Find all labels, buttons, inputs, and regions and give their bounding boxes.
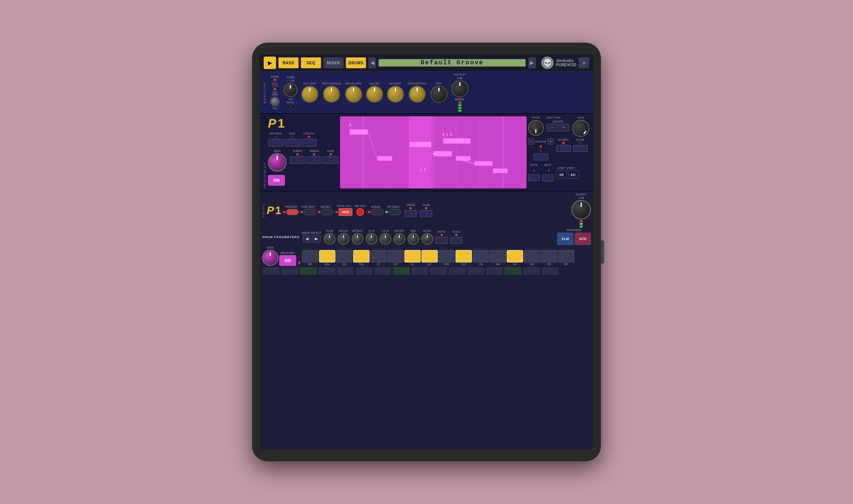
pad-sd2-btn[interactable] [353,250,370,262]
tablet-side-button[interactable] [601,240,604,264]
drum-select-next-btn[interactable]: ▶ [312,235,321,243]
nav-mixer-button[interactable]: MIXER [323,57,344,68]
octave-btn[interactable] [534,154,548,161]
drum-decay-label: DECAY [339,230,348,232]
nav-bass-button[interactable]: BASS [278,57,299,68]
pad-cr-btn[interactable] [541,250,557,262]
acc-button[interactable]: ACC [338,208,352,216]
drum-decay-knob[interactable] [338,233,349,245]
pad-cb-btn[interactable] [473,250,489,262]
tune-knob[interactable] [283,83,297,97]
pattern-button[interactable] [268,139,283,147]
tempo-button[interactable] [290,156,305,164]
solo-btn[interactable] [450,237,463,244]
total-acc-label: TOTAL ACC [337,205,351,207]
step-next-btn[interactable]: ⏭ [568,170,579,179]
length-minus-btn[interactable]: − [547,124,558,131]
menu-button[interactable]: ≡ [578,57,589,68]
decay-knob[interactable] [366,86,383,103]
pad-sd-btn[interactable] [336,250,352,262]
gate-seq-button[interactable] [323,156,338,164]
pad-hc-btn[interactable] [421,250,438,262]
edit-button[interactable] [285,139,300,147]
output-knob[interactable] [451,80,468,97]
step-prev-btn[interactable]: ⏮ [556,170,567,179]
pad-bd-btn[interactable] [302,250,318,262]
accent-knob[interactable] [387,86,404,103]
pad-clp-btn[interactable] [456,250,472,262]
pad-lc-btn[interactable] [404,250,421,262]
drum-level-group: LEVEL [421,230,433,245]
seq-top-buttons: PATTERN EDIT LENGTH [268,132,338,147]
pad-rd-btn[interactable] [558,250,574,262]
pad-hh-btn[interactable] [507,250,523,262]
piano-roll[interactable]: A L 2 A L 2 [340,116,527,188]
slide-step-btn[interactable] [573,145,588,152]
hpf-knob[interactable] [430,86,447,103]
solo-led [455,234,458,236]
pad-rim-btn[interactable] [439,250,455,262]
resonance-knob[interactable] [323,86,340,103]
gate-step-group: GATE [572,116,589,137]
step-edit-toggle[interactable] [304,209,316,215]
flam-drums-btn[interactable] [420,210,432,217]
pad-ht-btn[interactable] [387,250,404,262]
drums-data-label: DATA [267,246,274,249]
mutes-group: MUTES [318,205,333,215]
nav-drums-button[interactable]: DRUMS [346,57,366,68]
play-button[interactable]: ▶ [264,57,276,69]
drums-data-knob[interactable] [262,250,278,266]
pad-oh-btn[interactable] [524,250,540,262]
envelope-knob[interactable] [345,86,362,103]
seq-data-knob[interactable] [268,153,287,172]
next-preset-button[interactable]: ▶ [528,57,536,68]
drums-output-knob[interactable] [572,200,591,219]
step-plus-label: STEP + [566,167,576,169]
drum-fxa-knob[interactable] [366,233,377,245]
lfo-label: LFO [289,79,295,82]
prev-preset-button[interactable]: ◀ [368,57,376,68]
drum-select-prev-btn[interactable]: ◀ [303,235,311,243]
rest-btn[interactable] [542,174,554,181]
drum-pad-sd: SD [336,250,352,266]
wave-btn-sine[interactable] [272,82,278,87]
accent-step-btn[interactable] [556,145,571,152]
seq-on-button[interactable]: ON [268,175,285,186]
pad-ma-btn[interactable] [490,250,506,262]
drums-pattern-toggle[interactable] [389,209,401,215]
pad-lt-btn[interactable] [370,250,387,262]
acc-mod-button[interactable]: ACC [575,233,591,245]
wave-knob[interactable] [270,97,280,106]
drum-tune-knob[interactable] [324,233,335,245]
gate-step-knob[interactable] [572,120,589,137]
boost-label: BOOST [455,98,465,101]
length-plus-btn[interactable]: + [558,124,569,131]
pitch-knob[interactable] [528,120,544,136]
drum-level-knob[interactable] [421,233,433,245]
drums-on-button[interactable]: ON [279,255,296,266]
swing-drums-btn[interactable] [404,210,417,217]
note-btn[interactable] [528,174,540,181]
drum-boost-knob[interactable] [394,233,405,245]
drum-pan-knob[interactable] [408,233,419,245]
drum-fxb-knob[interactable] [380,233,391,245]
swing-button[interactable] [306,156,322,164]
distortion-knob[interactable] [409,86,426,103]
erase-toggle[interactable] [371,209,383,215]
cutoff-knob[interactable] [301,86,318,103]
pad-bd2-btn[interactable] [319,250,335,262]
lfo-minus-btn[interactable]: − [286,105,295,109]
octave-minus-btn[interactable]: − [528,138,534,145]
wave-btn-square[interactable] [272,91,278,96]
pattern-btn-inner [268,136,283,147]
flm-button[interactable]: FLM [557,233,573,245]
octave-plus-btn[interactable]: + [547,138,554,145]
rec-button[interactable] [356,208,364,216]
mute-btn[interactable] [435,237,448,244]
drum-attack-knob[interactable] [352,233,363,245]
length-btn-label: LENGTH [304,132,314,135]
trigger-toggle[interactable] [286,209,299,215]
length-button[interactable] [301,139,317,147]
nav-seq-button[interactable]: SEQ [301,57,321,68]
mutes-toggle[interactable] [321,209,333,215]
